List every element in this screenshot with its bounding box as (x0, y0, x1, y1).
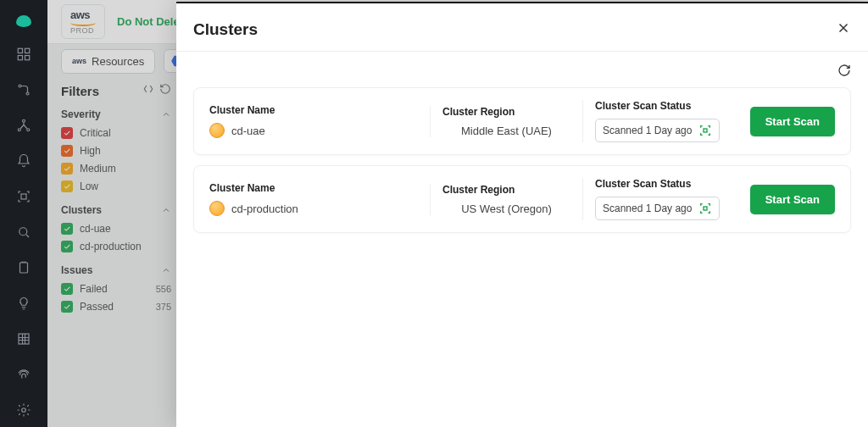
nav-bell-icon[interactable] (15, 152, 32, 169)
cluster-name: cd-production (231, 202, 298, 215)
cluster-card: Cluster Name cd-uae Cluster Region Middl… (193, 87, 851, 155)
clusters-modal: Clusters Cluster Name cd-uae Cluster Reg… (176, 2, 868, 427)
left-sidebar (0, 0, 47, 427)
svg-rect-2 (18, 56, 22, 60)
scan-status-text: Scanned 1 Day ago (603, 202, 692, 214)
col-label-region: Cluster Region (442, 184, 570, 196)
cluster-avatar-icon (209, 123, 225, 138)
svg-point-6 (23, 119, 25, 122)
svg-rect-1 (25, 48, 30, 53)
scan-target-icon (698, 202, 712, 215)
svg-rect-11 (20, 263, 28, 273)
nav-fingerprint-icon[interactable] (15, 366, 32, 383)
col-label-name: Cluster Name (209, 182, 418, 194)
nav-settings-icon[interactable] (15, 402, 32, 419)
col-label-status: Cluster Scan Status (595, 100, 723, 112)
svg-point-5 (26, 92, 29, 95)
col-label-status: Cluster Scan Status (595, 178, 723, 190)
svg-point-8 (27, 129, 30, 131)
modal-title: Clusters (193, 20, 258, 39)
close-icon (836, 20, 851, 36)
scan-status-pill: Scanned 1 Day ago (595, 119, 720, 142)
svg-rect-0 (18, 48, 22, 53)
col-label-region: Cluster Region (442, 106, 570, 118)
app-logo-icon (16, 15, 31, 27)
refresh-button[interactable] (837, 64, 851, 80)
nav-branches-icon[interactable] (15, 81, 32, 98)
nav-search-icon[interactable] (15, 224, 32, 241)
col-label-name: Cluster Name (209, 104, 418, 116)
svg-rect-9 (21, 194, 26, 199)
svg-rect-3 (25, 56, 30, 60)
svg-point-13 (22, 408, 26, 413)
cluster-avatar-icon (209, 201, 225, 216)
nav-dashboard-icon[interactable] (15, 46, 32, 63)
nav-grid-icon[interactable] (15, 330, 32, 347)
nav-clipboard-icon[interactable] (15, 259, 32, 276)
svg-rect-15 (704, 207, 707, 210)
scan-target-icon (698, 124, 712, 137)
svg-point-7 (18, 129, 20, 131)
cluster-region: Middle East (UAE) (442, 125, 570, 137)
scan-status-pill: Scanned 1 Day ago (595, 197, 720, 220)
start-scan-button[interactable]: Start Scan (750, 185, 835, 214)
start-scan-button[interactable]: Start Scan (750, 107, 835, 136)
nav-tree-icon[interactable] (15, 117, 32, 134)
cluster-region: US West (Oregon) (442, 202, 570, 215)
scan-status-text: Scanned 1 Day ago (603, 125, 692, 136)
refresh-icon (837, 64, 851, 77)
svg-point-10 (19, 228, 27, 236)
nav-lightbulb-icon[interactable] (15, 295, 32, 312)
svg-rect-12 (19, 334, 29, 344)
svg-point-4 (19, 85, 21, 87)
close-button[interactable] (836, 20, 851, 39)
nav-scan-icon[interactable] (15, 188, 32, 205)
cluster-card: Cluster Name cd-production Cluster Regio… (193, 165, 851, 233)
cluster-name: cd-uae (231, 125, 265, 137)
svg-rect-14 (704, 129, 707, 132)
